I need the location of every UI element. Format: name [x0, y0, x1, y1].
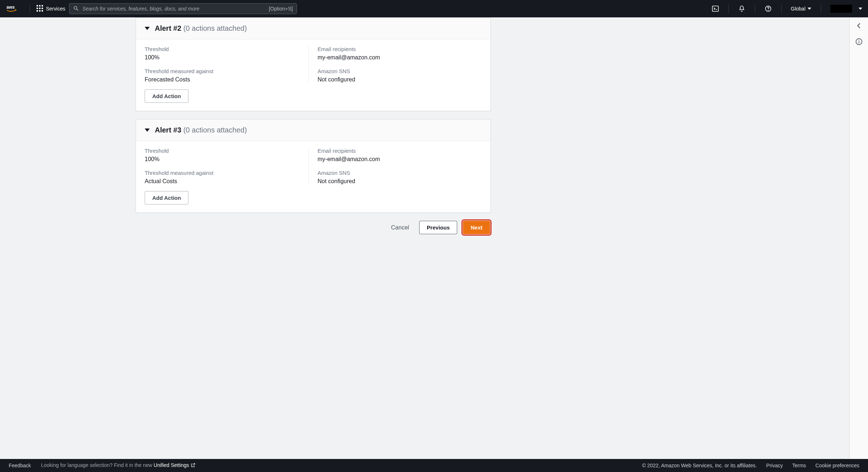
- privacy-link[interactable]: Privacy: [766, 463, 783, 468]
- cookie-preferences-link[interactable]: Cookie preferences: [816, 463, 859, 468]
- region-label: Global: [791, 6, 805, 12]
- unified-settings-label: Unified Settings: [154, 462, 189, 468]
- collapse-triangle-icon[interactable]: [145, 128, 150, 132]
- email-recipients-label: Email recipients: [318, 46, 482, 52]
- sns-value: Not configured: [318, 178, 482, 185]
- info-icon[interactable]: [855, 38, 863, 47]
- add-action-button[interactable]: Add Action: [145, 191, 188, 205]
- svg-point-15: [768, 10, 769, 10]
- alert-title: Alert #2: [155, 24, 181, 32]
- threshold-measured-label: Threshold measured against: [145, 68, 300, 74]
- main-area: Alert #2 (0 actions attached) Threshold …: [0, 17, 868, 459]
- threshold-value: 100%: [145, 156, 300, 163]
- threshold-label: Threshold: [145, 46, 300, 52]
- footer-bar: Feedback Looking for language selection?…: [0, 459, 868, 472]
- language-note-text: Looking for language selection? Find it …: [41, 462, 153, 468]
- email-recipients-label: Email recipients: [318, 148, 482, 154]
- chevron-down-icon: [859, 8, 862, 10]
- alert-panel-header[interactable]: Alert #3 (0 actions attached): [136, 119, 490, 141]
- alert-actions-summary: (0 actions attached): [183, 24, 247, 32]
- external-link-icon: [191, 463, 196, 469]
- alert-panel: Alert #2 (0 actions attached) Threshold …: [136, 17, 491, 111]
- content-column: Alert #2 (0 actions attached) Threshold …: [0, 17, 849, 459]
- svg-rect-3: [42, 5, 43, 7]
- search-input[interactable]: [82, 6, 265, 12]
- services-menu[interactable]: Services: [37, 5, 65, 13]
- right-info-rail: [849, 17, 868, 459]
- threshold-label: Threshold: [145, 148, 300, 154]
- svg-rect-9: [42, 10, 43, 12]
- svg-text:aws: aws: [7, 5, 15, 10]
- next-button[interactable]: Next: [463, 221, 490, 234]
- alert-panel-header[interactable]: Alert #2 (0 actions attached): [136, 18, 490, 39]
- svg-rect-1: [37, 5, 38, 7]
- divider: [821, 4, 821, 13]
- svg-rect-5: [39, 8, 41, 9]
- chevron-down-icon: [808, 8, 811, 10]
- svg-rect-6: [42, 8, 43, 9]
- previous-button[interactable]: Previous: [419, 221, 457, 234]
- sns-value: Not configured: [318, 76, 482, 83]
- divider: [755, 4, 755, 13]
- email-recipients-value: my-email@amazon.com: [318, 156, 482, 163]
- collapse-triangle-icon[interactable]: [145, 27, 150, 30]
- cloudshell-icon[interactable]: [709, 5, 722, 12]
- wizard-actions: Cancel Previous Next: [136, 221, 491, 234]
- svg-point-10: [74, 6, 77, 9]
- copyright-text: © 2022, Amazon Web Services, Inc. or its…: [642, 463, 757, 468]
- add-action-button[interactable]: Add Action: [145, 89, 188, 103]
- alert-actions-summary: (0 actions attached): [183, 126, 247, 134]
- svg-line-11: [77, 9, 78, 10]
- email-recipients-value: my-email@amazon.com: [318, 54, 482, 61]
- sns-label: Amazon SNS: [318, 170, 482, 176]
- divider: [30, 4, 30, 13]
- threshold-measured-value: Forecasted Costs: [145, 76, 300, 83]
- search-shortcut-hint: [Option+S]: [269, 6, 293, 12]
- svg-rect-4: [37, 8, 38, 9]
- search-icon: [73, 5, 79, 12]
- threshold-measured-label: Threshold measured against: [145, 170, 300, 176]
- notifications-icon[interactable]: [735, 5, 748, 12]
- alert-panel: Alert #3 (0 actions attached) Threshold …: [136, 119, 491, 213]
- help-icon[interactable]: [762, 5, 775, 12]
- collapse-rail-icon[interactable]: [855, 22, 863, 31]
- svg-rect-2: [39, 5, 41, 7]
- svg-rect-8: [39, 10, 41, 12]
- account-menu-redacted[interactable]: [830, 5, 852, 13]
- search-box[interactable]: [Option+S]: [69, 3, 297, 14]
- svg-rect-7: [37, 10, 38, 12]
- sns-label: Amazon SNS: [318, 68, 482, 74]
- aws-logo[interactable]: aws: [6, 4, 22, 13]
- divider: [728, 4, 729, 13]
- cancel-button[interactable]: Cancel: [387, 222, 413, 234]
- alert-title: Alert #3: [155, 126, 181, 134]
- threshold-value: 100%: [145, 54, 300, 61]
- language-note: Looking for language selection? Find it …: [41, 462, 195, 469]
- divider: [781, 4, 782, 13]
- threshold-measured-value: Actual Costs: [145, 178, 300, 185]
- services-grid-icon: [37, 5, 43, 13]
- svg-point-17: [858, 40, 859, 41]
- top-nav: aws Services [Option+S] Global: [0, 0, 868, 17]
- unified-settings-link[interactable]: Unified Settings: [154, 462, 196, 468]
- terms-link[interactable]: Terms: [792, 463, 806, 468]
- feedback-link[interactable]: Feedback: [9, 463, 31, 468]
- region-selector[interactable]: Global: [788, 6, 814, 12]
- services-label: Services: [46, 6, 65, 12]
